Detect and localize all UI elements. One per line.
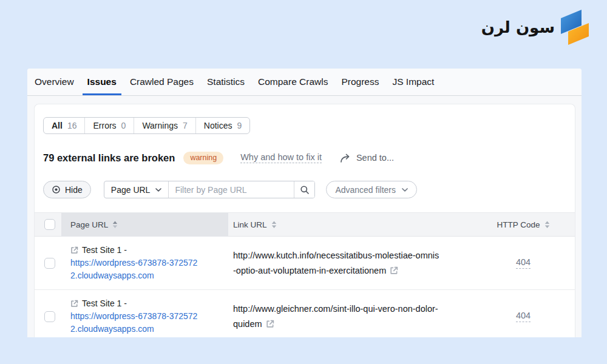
table-row: Test Site 1 - https://wordpress-673878-3… [35, 237, 575, 290]
site-audit-card: Overview Issues Crawled Pages Statistics… [27, 69, 582, 337]
link-url-text: quidem [233, 319, 262, 329]
search-icon [300, 185, 310, 195]
row-checkbox[interactable] [44, 258, 55, 269]
issue-panel: All 16 Errors 0 Warnings 7 Notices 9 [34, 104, 575, 337]
severity-label: Notices [204, 121, 232, 130]
severity-count: 0 [121, 121, 126, 130]
why-how-to-fix-link[interactable]: Why and how to fix it [240, 152, 322, 163]
http-code-cell: 404 [472, 290, 575, 337]
issue-title: 79 external links are broken [43, 152, 175, 164]
external-link-icon[interactable] [390, 266, 398, 275]
column-header-page-url[interactable]: Page URL [61, 213, 228, 236]
page-url-cell: Test Site 1 - https://wordpress-673878-3… [61, 237, 228, 289]
search-button[interactable] [294, 181, 314, 198]
http-code-cell: 404 [472, 237, 575, 289]
severity-tab-notices[interactable]: Notices 9 [195, 118, 249, 133]
severity-count: 9 [237, 121, 242, 130]
sort-icon [271, 221, 277, 229]
severity-label: All [52, 121, 63, 130]
row-checkbox-cell [35, 237, 61, 289]
eye-icon [52, 185, 61, 194]
send-to-button[interactable]: Send to... [340, 153, 394, 163]
tab-compare-crawls[interactable]: Compare Crawls [253, 69, 333, 95]
logo-mark-icon [561, 10, 589, 45]
tab-bar: Overview Issues Crawled Pages Statistics… [27, 69, 582, 96]
filter-column-value: Page URL [111, 185, 151, 195]
table-header-row: Page URL Link URL [35, 212, 575, 237]
issue-heading-row: 79 external links are broken warning Why… [43, 150, 566, 165]
severity-count: 16 [67, 121, 77, 130]
tab-statistics[interactable]: Statistics [202, 69, 249, 95]
row-checkbox-cell [35, 290, 61, 337]
tab-progress[interactable]: Progress [336, 69, 384, 95]
link-url-cell: http://www.gleichner.com/sint-illo-qui-v… [228, 290, 472, 337]
send-arrow-icon [340, 153, 351, 163]
advanced-filters-label: Advanced filters [335, 185, 396, 195]
header-checkbox-cell [35, 213, 61, 236]
sevenlearn-logo: سون لرن [481, 10, 589, 45]
severity-filter-tabs: All 16 Errors 0 Warnings 7 Notices 9 [43, 117, 250, 134]
external-link-icon[interactable] [70, 300, 78, 308]
chevron-down-icon [402, 188, 408, 192]
column-header-link-url[interactable]: Link URL [228, 213, 472, 236]
tab-js-impact[interactable]: JS Impact [387, 69, 439, 95]
severity-label: Warnings [142, 121, 178, 130]
severity-tab-errors[interactable]: Errors 0 [84, 118, 134, 133]
select-all-checkbox[interactable] [44, 219, 55, 230]
hide-button[interactable]: Hide [43, 181, 91, 198]
hide-label: Hide [65, 185, 83, 195]
severity-label: Errors [93, 121, 116, 130]
http-code-value[interactable]: 404 [516, 257, 531, 269]
row-checkbox[interactable] [44, 311, 55, 322]
filters-toolbar: Hide Page URL [43, 181, 566, 198]
link-url-text: http://www.gleichner.com/sint-illo-qui-v… [233, 302, 466, 317]
external-link-icon[interactable] [70, 246, 78, 254]
logo-text: سون لرن [481, 19, 555, 35]
page-title: Test Site 1 - [82, 298, 127, 308]
tab-issues[interactable]: Issues [83, 69, 121, 95]
sort-icon [544, 221, 550, 229]
severity-tab-warnings[interactable]: Warnings 7 [134, 118, 195, 133]
link-url-text: http://www.kutch.info/necessitatibus-mol… [233, 248, 466, 263]
external-link-icon[interactable] [266, 320, 274, 328]
column-header-http-code[interactable]: HTTP Code [472, 213, 575, 236]
http-code-value[interactable]: 404 [516, 311, 531, 322]
tab-crawled-pages[interactable]: Crawled Pages [125, 69, 198, 95]
page-url-filter-group: Page URL [104, 181, 316, 198]
broken-links-table: Page URL Link URL [35, 212, 575, 337]
page-url-link[interactable]: https://wordpress-673878-372572 2.cloudw… [70, 257, 221, 282]
page-url-link[interactable]: https://wordpress-673878-372572 2.cloudw… [70, 310, 221, 335]
send-to-label: Send to... [356, 153, 394, 163]
severity-count: 7 [183, 121, 188, 130]
column-label: Link URL [233, 220, 267, 229]
filter-column-select[interactable]: Page URL [104, 181, 169, 198]
advanced-filters-button[interactable]: Advanced filters [326, 181, 417, 198]
page-url-filter-input[interactable] [169, 181, 294, 198]
column-label: Page URL [70, 220, 108, 229]
severity-tab-all[interactable]: All 16 [44, 118, 84, 133]
page-url-cell: Test Site 1 - https://wordpress-673878-3… [61, 290, 228, 337]
link-url-text: -optio-aut-voluptatem-in-exercitationem [233, 266, 386, 275]
sort-icon [112, 221, 118, 229]
column-label: HTTP Code [497, 220, 540, 229]
link-url-cell: http://www.kutch.info/necessitatibus-mol… [228, 237, 472, 289]
page-title: Test Site 1 - [82, 245, 127, 255]
tab-overview[interactable]: Overview [30, 69, 79, 95]
warning-badge: warning [183, 152, 223, 164]
chevron-down-icon [155, 188, 161, 192]
table-row: Test Site 1 - https://wordpress-673878-3… [35, 290, 575, 337]
